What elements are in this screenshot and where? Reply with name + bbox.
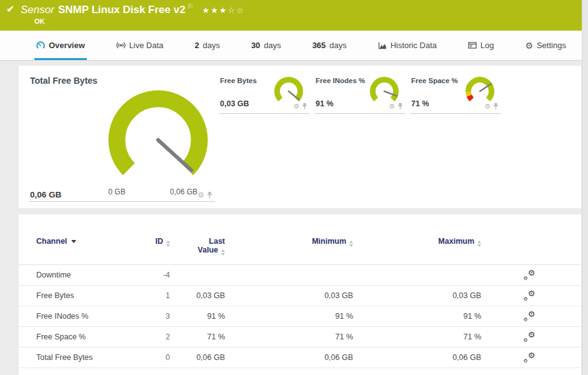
channel-name[interactable]: Free Bytes <box>36 291 130 300</box>
log-icon <box>468 41 477 49</box>
pin-icon[interactable] <box>397 102 403 110</box>
column-header-maximum[interactable]: Maximum <box>353 237 481 247</box>
channel-minimum: 0,03 GB <box>225 291 353 300</box>
sensor-name: SNMP Linux Disk Free v2 <box>58 4 186 16</box>
gauge-tile-free-space[interactable]: Free Space % 71 % ⚙ <box>410 72 501 114</box>
table-header-row: Channel ID Last Value Minimum Maximum <box>19 237 581 265</box>
gear-icon: ⚙ <box>525 41 533 50</box>
status-ok-check-icon: ✔ <box>6 3 14 15</box>
column-header-channel[interactable]: Channel <box>36 237 130 246</box>
pin-icon[interactable] <box>493 102 499 110</box>
channel-settings-gears-icon[interactable]: ⚙⚙ <box>524 352 536 363</box>
gauge-title: Total Free Bytes <box>30 76 97 86</box>
channel-last-value: 91 % <box>170 312 225 321</box>
tab-365-days[interactable]: 365 days <box>311 31 349 60</box>
gauge-icon <box>36 41 45 50</box>
table-row[interactable]: Free Bytes 1 0,03 GB 0,03 GB 0,03 GB ⚙⚙ <box>19 286 581 306</box>
channel-maximum: 0,06 GB <box>353 353 481 362</box>
channel-settings-gear-icon[interactable]: ⚙ <box>389 103 395 110</box>
channel-minimum: 71 % <box>225 332 353 341</box>
channel-name[interactable]: Total Free Bytes <box>36 353 130 362</box>
tab-bar: Overview Live Data 2 days 30 days 365 da… <box>0 31 582 61</box>
tab-30-days[interactable]: 30 days <box>249 31 283 60</box>
channels-table-panel: Channel ID Last Value Minimum Maximum Do… <box>19 214 581 375</box>
channel-id: 2 <box>130 332 170 341</box>
table-row[interactable]: Free Space % 2 71 % 71 % 71 % ⚙⚙ <box>19 327 581 348</box>
gauge-title: Free INodes % <box>316 77 365 84</box>
column-header-minimum[interactable]: Minimum <box>225 237 353 247</box>
channel-maximum: 71 % <box>353 332 481 341</box>
gauge-title: Free Space % <box>411 77 458 84</box>
table-row[interactable]: Total Free Bytes 0 0,06 GB 0,06 GB 0,06 … <box>19 348 581 368</box>
sort-desc-icon <box>71 240 76 243</box>
channel-maximum: 0,03 GB <box>353 291 481 300</box>
channel-minimum: 91 % <box>225 312 353 321</box>
gauge-value: 0,06 GB <box>30 190 61 199</box>
channel-settings-gears-icon[interactable]: ⚙⚙ <box>524 270 536 281</box>
small-gauge-tiles: Free Bytes 0,03 GB ⚙ Free INodes % 91 % … <box>219 72 501 114</box>
channel-minimum: 0,06 GB <box>225 353 353 362</box>
sensor-title: SensorSNMP Linux Disk Free v2⚐★★★☆☆ <box>21 2 245 16</box>
flag-icon[interactable]: ⚐ <box>187 2 194 10</box>
tab-settings[interactable]: ⚙ Settings <box>523 31 568 60</box>
channel-settings-gears-icon[interactable]: ⚙⚙ <box>524 311 536 322</box>
gauge-tile-free-inodes[interactable]: Free INodes % 91 % ⚙ <box>314 72 406 114</box>
channel-settings-gear-icon[interactable]: ⚙ <box>197 191 204 199</box>
channel-id: -4 <box>130 271 170 279</box>
gauge-value: 91 % <box>316 99 334 108</box>
pin-icon[interactable] <box>207 191 212 199</box>
channel-id: 1 <box>130 291 170 300</box>
table-body: Downtime -4 ⚙⚙ Free Bytes 1 0,03 GB 0,03… <box>19 265 581 368</box>
pin-icon[interactable] <box>302 102 307 110</box>
channel-last-value: 71 % <box>170 332 225 341</box>
gauge-tile-total-free-bytes[interactable]: Total Free Bytes 0 GB 0,06 GB 0,06 GB ⚙ <box>29 72 215 202</box>
channel-last-value: 0,06 GB <box>170 353 225 362</box>
channel-id: 3 <box>130 312 170 321</box>
tab-log[interactable]: Log <box>466 31 496 60</box>
sensor-status-header: ✔ SensorSNMP Linux Disk Free v2⚐★★★☆☆ OK <box>0 0 582 31</box>
tab-historic-data[interactable]: Historic Data <box>376 31 439 60</box>
channel-name[interactable]: Downtime <box>36 271 130 279</box>
gauges-panel: Total Free Bytes 0 GB 0,06 GB 0,06 GB ⚙ … <box>19 66 581 208</box>
gauge-title: Free Bytes <box>220 77 257 84</box>
sort-icon <box>221 249 225 256</box>
page-scrollbar[interactable] <box>582 0 588 375</box>
gauge-value: 71 % <box>411 99 429 108</box>
table-row[interactable]: Downtime -4 ⚙⚙ <box>19 265 581 286</box>
tab-live-data[interactable]: Live Data <box>114 31 166 60</box>
channel-name[interactable]: Free Space % <box>36 332 130 341</box>
channel-settings-gear-icon[interactable]: ⚙ <box>484 103 491 110</box>
tab-overview[interactable]: Overview <box>34 31 87 60</box>
live-data-icon <box>116 41 126 49</box>
column-header-id[interactable]: ID <box>130 237 170 247</box>
tab-2-days[interactable]: 2 days <box>192 31 222 60</box>
sensor-type-label: Sensor <box>21 4 54 16</box>
gauge-value: 0,03 GB <box>220 99 249 108</box>
channel-settings-gears-icon[interactable]: ⚙⚙ <box>524 291 536 301</box>
status-badge: OK <box>34 18 45 25</box>
channel-maximum: 91 % <box>353 312 481 321</box>
priority-stars[interactable]: ★★★☆☆ <box>202 6 245 15</box>
channel-settings-gears-icon[interactable]: ⚙⚙ <box>524 332 536 342</box>
area-chart-icon <box>378 41 387 49</box>
sort-icon <box>477 241 481 247</box>
column-header-last-value[interactable]: Last Value <box>170 237 225 256</box>
channel-settings-gear-icon[interactable]: ⚙ <box>293 103 299 110</box>
total-free-bytes-gauge <box>105 87 211 193</box>
channel-name[interactable]: Free INodes % <box>36 312 130 321</box>
table-row[interactable]: Free INodes % 3 91 % 91 % 91 % ⚙⚙ <box>19 306 581 327</box>
gauge-tile-free-bytes[interactable]: Free Bytes 0,03 GB ⚙ <box>219 72 310 114</box>
channel-last-value: 0,03 GB <box>170 291 225 300</box>
channel-id: 0 <box>130 353 170 362</box>
